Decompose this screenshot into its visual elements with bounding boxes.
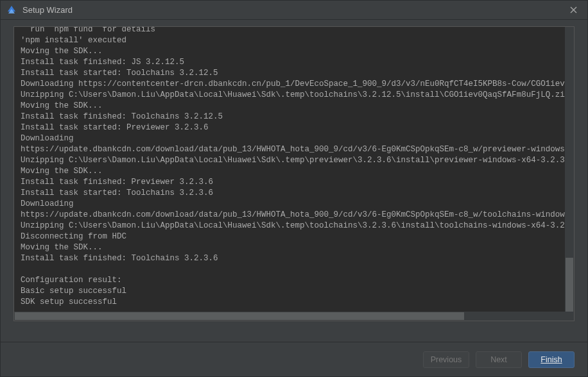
- close-button[interactable]: [564, 1, 582, 19]
- setup-wizard-window: Setup Wizard run `npm fund` for details …: [0, 0, 588, 377]
- next-button: Next: [476, 351, 522, 368]
- horizontal-scrollbar-thumb[interactable]: [15, 312, 464, 320]
- app-logo-icon: [6, 4, 17, 16]
- previous-button: Previous: [423, 351, 469, 368]
- wizard-footer: Previous Next Finish: [1, 342, 587, 376]
- window-title: Setup Wizard: [22, 5, 564, 15]
- titlebar[interactable]: Setup Wizard: [1, 1, 587, 20]
- horizontal-scrollbar[interactable]: [14, 312, 574, 321]
- close-icon: [570, 6, 577, 13]
- content-area: run `npm fund` for details 'npm install'…: [1, 20, 587, 342]
- vertical-scrollbar[interactable]: [565, 27, 574, 312]
- finish-button[interactable]: Finish: [528, 351, 575, 368]
- log-text: run `npm fund` for details 'npm install'…: [21, 26, 567, 308]
- install-log[interactable]: run `npm fund` for details 'npm install'…: [13, 26, 575, 321]
- finish-button-label: Finish: [540, 355, 562, 364]
